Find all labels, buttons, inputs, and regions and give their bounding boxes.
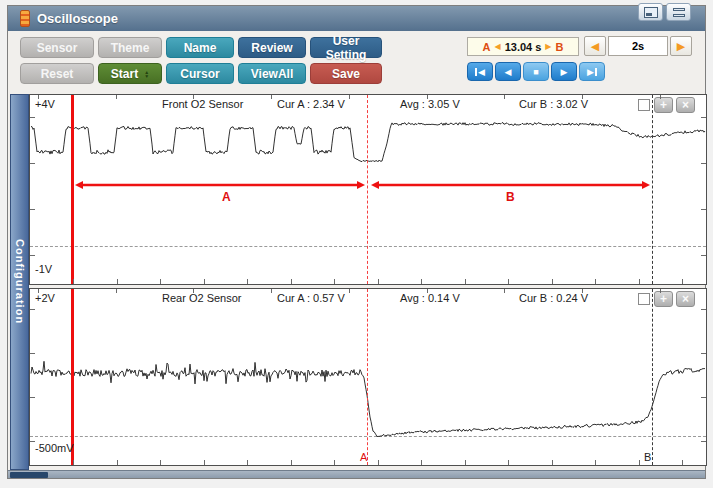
review-button-label: Review [251,41,292,55]
axis-tick [38,289,39,293]
axis-tick [193,289,194,293]
axis-tick [30,255,35,256]
close-icon: × [682,293,689,305]
trigger-cursor-line[interactable] [71,95,74,284]
axis-tick [682,460,683,465]
axis-tick [701,255,706,256]
bar-icon [595,68,597,76]
channel-1-visibility-checkbox[interactable] [638,99,650,111]
channel-2-waveform [30,289,706,465]
axis-tick [421,279,422,284]
horizontal-scrollbar[interactable] [8,470,705,478]
left-arrow-icon: ◀ [591,40,599,53]
plus-icon: + [660,293,667,305]
axis-tick [504,289,505,293]
axis-tick [427,95,428,99]
channel-1-name: Front O2 Sensor [162,98,243,110]
axis-tick [160,460,161,465]
axis-tick [291,460,292,465]
cursor-a-letter: A [483,41,491,53]
axis-tick [595,460,596,465]
axis-tick [508,460,509,465]
channel-1-cursor-a-value: Cur A : 2.34 V [277,98,345,110]
channel-1-add-button[interactable]: + [654,97,673,113]
titlebar: Oscilloscope [8,6,705,31]
interval-b-label: B [506,190,515,204]
axis-tick [30,353,35,354]
channel-2-visibility-checkbox[interactable] [638,293,650,305]
channel-2-bottom-scale-label: -500mV [35,442,74,454]
timebase-decrease-button[interactable]: ◀ [584,36,606,56]
axis-tick [271,289,272,293]
restore-icon [644,7,658,18]
axis-tick [30,309,35,310]
start-button-label: Start [111,67,138,81]
start-spinner-icon: ▲▼ [144,70,149,78]
axis-tick [117,279,118,284]
cursor-b-line[interactable] [652,289,653,465]
name-button[interactable]: Name [166,37,234,58]
back-icon: ◀ [505,67,512,77]
axis-tick [639,279,640,284]
axis-tick [247,460,248,465]
cursor-a-line[interactable] [367,95,368,284]
step-back-button[interactable]: ◀ [495,62,521,81]
channel-1-plot-panel[interactable]: +4V Front O2 Sensor Cur A : 2.34 V Avg :… [29,94,707,285]
axis-tick [701,397,706,398]
reset-button-label: Reset [41,67,74,81]
user-setting-button-label: User Setting [317,34,375,62]
axis-tick [349,95,350,99]
stop-button[interactable]: ■ [523,62,549,81]
axis-tick [660,289,661,293]
cursor-b-line[interactable] [652,95,653,284]
axis-tick [595,279,596,284]
reset-button[interactable]: Reset [20,63,94,84]
play-button[interactable]: ▶ [551,62,577,81]
interval-a-label: A [222,190,231,204]
review-button[interactable]: Review [238,37,306,58]
window-restore-button[interactable] [638,3,663,21]
axis-tick [334,460,335,465]
cursor-b-axis-label: B [644,451,651,463]
axis-tick [116,289,117,293]
skip-to-end-button[interactable]: ▶ [579,62,605,81]
ab-time-display: A ◀ 13.04 s ▶ B [467,37,579,56]
axis-tick [639,460,640,465]
start-button[interactable]: Start▲▼ [98,63,162,84]
axis-tick [291,279,292,284]
viewall-button[interactable]: ViewAll [238,63,306,84]
axis-tick [117,460,118,465]
sensor-button[interactable]: Sensor [20,37,94,58]
channel-2-close-button[interactable]: × [676,291,695,307]
axis-tick [701,117,706,118]
stop-icon: ■ [533,67,538,77]
axis-tick [30,117,35,118]
b-right-arrow-icon: ▶ [545,42,551,51]
configuration-label: Configuration [14,239,26,324]
channel-1-bottom-scale-label: -1V [35,263,52,275]
plus-icon: + [660,99,667,111]
axis-tick [204,279,205,284]
channel-1-close-button[interactable]: × [676,97,695,113]
scrollbar-thumb[interactable] [10,472,48,478]
cursor-button[interactable]: Cursor [166,63,234,84]
axis-tick [38,95,39,99]
channel-2-add-button[interactable]: + [654,291,673,307]
theme-button[interactable]: Theme [98,37,162,58]
trigger-cursor-line[interactable] [71,289,74,465]
window-layout-button[interactable] [666,3,691,21]
timebase-value: 2s [632,40,644,52]
channel-2-plot-panel[interactable]: +2V Rear O2 Sensor Cur A : 0.57 V Avg : … [29,288,707,466]
skip-end-icon: ▶ [587,67,594,77]
cursor-a-line[interactable] [367,289,368,465]
timebase-increase-button[interactable]: ▶ [670,36,692,56]
user-setting-button[interactable]: User Setting [310,37,382,58]
axis-tick [30,441,35,442]
channel-1-cursor-b-value: Cur B : 3.02 V [519,98,588,110]
axis-tick [378,279,379,284]
save-button[interactable]: Save [310,63,382,84]
configuration-sidebar-tab[interactable]: Configuration [10,94,29,470]
axis-tick [465,279,466,284]
axis-tick [582,95,583,99]
skip-to-start-button[interactable]: ◀ [467,62,493,81]
